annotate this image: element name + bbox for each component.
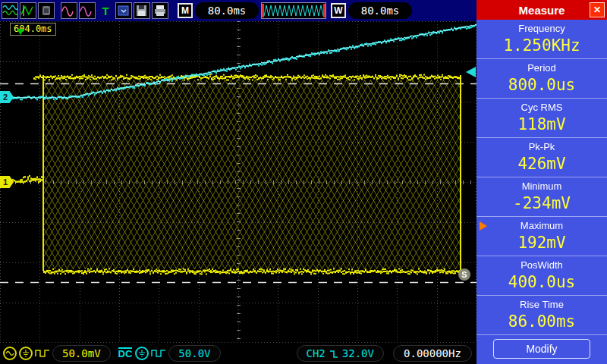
graticule-screen: 604.0ms 2 1 S	[0, 21, 476, 343]
measure-item[interactable]: Minimum-234mV	[476, 177, 607, 217]
measure-item[interactable]: Period800.0us	[476, 59, 607, 99]
window-timebase-letter: W	[334, 5, 342, 16]
frequency-counter-value: 0.00000Hz	[404, 347, 461, 359]
ch2-ground-icon[interactable]	[135, 347, 149, 360]
ref-waveform-icon[interactable]	[61, 2, 77, 19]
print-icon[interactable]	[152, 2, 168, 19]
close-icon[interactable]: ✕	[590, 2, 605, 17]
trigger-letter: T	[102, 5, 109, 17]
window-zone-preview[interactable]	[261, 2, 326, 19]
toolbar: T M 80.0ms W 80.0ms	[0, 0, 476, 21]
measure-label: Cyc RMS	[476, 101, 607, 114]
window-right-bracket	[323, 4, 326, 17]
window-timebase-icon[interactable]: W	[331, 3, 346, 18]
ch2-marker-label: 2	[3, 93, 8, 102]
measure-item[interactable]: Frequency1.250KHz	[476, 20, 607, 59]
measure-value: 426mV	[476, 153, 607, 174]
trigger-menu-icon[interactable]: T	[97, 2, 114, 19]
frequency-counter-readout[interactable]: 0.00000Hz	[393, 345, 472, 362]
measure-value: 800.0us	[476, 74, 607, 96]
measure-label: Rise Time	[476, 298, 607, 311]
measure-item[interactable]: Cyc RMS118mV	[476, 99, 607, 138]
measure-item[interactable]: Maximum192mV	[476, 217, 607, 256]
measure-value: 118mV	[476, 114, 607, 135]
main-timebase-letter: M	[181, 5, 189, 16]
ch2-scale-readout[interactable]: 50.0V	[168, 345, 220, 362]
main-timebase-icon[interactable]: M	[178, 3, 193, 18]
oscilloscope-app: T M 80.0ms W 80.0ms	[0, 0, 607, 364]
ch1-ac-coupling-icon[interactable]	[3, 347, 17, 360]
ch1-bwlimit-icon[interactable]	[35, 347, 50, 359]
cursor-s-marker[interactable]: S	[458, 268, 470, 281]
trigger-source-label: CH2	[307, 347, 326, 359]
measure-label: Pk-Pk	[476, 140, 607, 153]
measure-value: 86.00ms	[476, 311, 607, 332]
cursor-s-label: S	[461, 270, 467, 279]
modify-button[interactable]: Modify	[493, 339, 590, 359]
trigger-level-value: 32.0V	[342, 347, 374, 359]
measure-label: Period	[476, 61, 607, 74]
measure-panel-title: Measure	[519, 4, 565, 17]
waveform-canvas	[0, 21, 476, 343]
measure-item[interactable]: Pk-Pk426mV	[476, 138, 607, 177]
window-left-bracket	[262, 4, 264, 17]
measure-value: 400.0us	[476, 271, 607, 293]
measure-value: 1.250KHz	[476, 35, 607, 56]
measure-label: PosWidth	[476, 259, 607, 271]
selected-measure-arrow-icon	[480, 221, 487, 231]
hand-tool-icon[interactable]	[38, 2, 55, 19]
measure-value: 192mV	[476, 232, 607, 253]
window-timebase-value: 80.0ms	[361, 5, 400, 17]
measure-label: Frequency	[476, 22, 607, 35]
falling-edge-icon	[329, 348, 339, 359]
ch1-marker-label: 1	[3, 177, 8, 187]
measure-value: -234mV	[476, 193, 607, 214]
ch1-ground-icon[interactable]	[19, 347, 33, 360]
save-icon[interactable]	[134, 2, 150, 19]
measure-list: Frequency1.250KHzPeriod800.0usCyc RMS118…	[476, 20, 607, 335]
ch2-dc-coupling-label[interactable]: DC	[118, 347, 133, 359]
trigger-readout[interactable]: CH2 32.0V	[297, 345, 384, 362]
waveform-tool-icon[interactable]	[20, 2, 36, 19]
main-timebase-value: 80.0ms	[208, 5, 247, 17]
math-waveform-icon[interactable]	[79, 2, 96, 19]
channel-waveforms-icon[interactable]	[2, 2, 18, 19]
measure-label: Minimum	[476, 180, 607, 193]
preview-waveform	[264, 5, 323, 16]
ch1-scale-readout[interactable]: 50.0mV	[52, 345, 111, 362]
measure-label: Maximum	[476, 219, 607, 232]
status-bar: 50.0mV DC 50.0V CH2 32.0V 0.00000Hz	[0, 343, 476, 364]
measure-item[interactable]: Rise Time86.00ms	[476, 296, 607, 335]
window-timebase-readout[interactable]: 80.0ms	[348, 2, 412, 19]
main-timebase-readout[interactable]: 80.0ms	[195, 2, 259, 19]
save-waveform-icon[interactable]	[115, 2, 132, 19]
ch2-bwlimit-icon[interactable]	[151, 347, 166, 359]
ch2-scale-value: 50.0V	[178, 347, 210, 359]
measure-item[interactable]: PosWidth400.0us	[476, 256, 607, 296]
measure-panel: Measure ✕ Frequency1.250KHzPeriod800.0us…	[476, 0, 607, 364]
trigger-position-arrow-icon[interactable]	[17, 29, 24, 35]
measure-panel-titlebar: Measure ✕	[476, 0, 607, 20]
ch1-scale-value: 50.0mV	[62, 347, 101, 359]
trigger-level-arrow-icon[interactable]	[466, 67, 476, 77]
